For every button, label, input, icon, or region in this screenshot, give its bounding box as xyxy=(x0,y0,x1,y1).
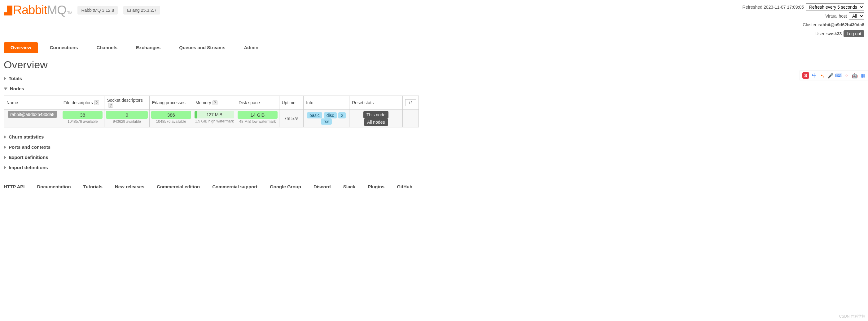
footer-github[interactable]: GitHub xyxy=(397,184,412,189)
section-label: Export definitions xyxy=(9,155,48,160)
disk-sub: 48 MiB low watermark xyxy=(238,119,277,124)
footer-commercial-sup[interactable]: Commercial support xyxy=(212,184,257,189)
section-export[interactable]: Export definitions xyxy=(4,152,864,163)
section-label: Churn statistics xyxy=(9,134,44,140)
fd-value: 38 xyxy=(63,111,103,119)
footer-tutorials[interactable]: Tutorials xyxy=(83,184,102,189)
section-label: Ports and contexts xyxy=(9,144,51,150)
chevron-right-icon xyxy=(4,135,6,139)
sogou-ime-icon[interactable] xyxy=(802,72,809,79)
col-fd: File descriptors? xyxy=(61,96,104,110)
col-sd: Socket descriptors? xyxy=(104,96,149,110)
uptime-value: 7m 57s xyxy=(279,110,304,128)
chevron-right-icon xyxy=(4,166,6,170)
help-icon[interactable]: ? xyxy=(213,100,217,105)
footer-http-api[interactable]: HTTP API xyxy=(4,184,25,189)
col-info: Info xyxy=(304,96,349,110)
section-ports[interactable]: Ports and contexts xyxy=(4,142,864,152)
robot-icon[interactable]: 🤖 xyxy=(852,73,858,78)
last-refreshed: Refreshed 2023-11-07 17:09:05 xyxy=(743,3,804,11)
ep-value: 386 xyxy=(151,111,191,119)
ep-sub: 1048576 available xyxy=(151,119,191,124)
logo-text-rabbit: Rabbit xyxy=(13,3,47,17)
nodes-table: Name File descriptors? Socket descriptor… xyxy=(4,96,419,128)
vhost-select[interactable]: All xyxy=(849,12,864,20)
footer-plugins[interactable]: Plugins xyxy=(368,184,384,189)
footer-new-releases[interactable]: New releases xyxy=(115,184,144,189)
user-name: swsk33 xyxy=(826,30,842,38)
main-tabs: Overview Connections Channels Exchanges … xyxy=(4,42,864,53)
reset-this-node-button[interactable]: This node xyxy=(363,111,389,118)
logout-button[interactable]: Log out xyxy=(843,30,864,37)
col-name: Name xyxy=(4,96,61,110)
lang-zh-icon[interactable]: 中 xyxy=(812,73,817,78)
sd-value: 0 xyxy=(106,111,148,119)
info-tag-basic[interactable]: basic xyxy=(307,112,322,118)
punct-icon[interactable]: •, xyxy=(820,73,825,78)
section-totals[interactable]: Totals xyxy=(4,73,864,83)
keyboard-icon[interactable]: ⌨ xyxy=(836,73,841,78)
chevron-right-icon xyxy=(4,145,6,149)
tab-queues[interactable]: Queues and Streams xyxy=(172,42,232,53)
tab-overview[interactable]: Overview xyxy=(4,42,38,53)
section-churn[interactable]: Churn statistics xyxy=(4,132,864,142)
section-import[interactable]: Import definitions xyxy=(4,163,864,173)
microphone-icon[interactable]: 🎤 xyxy=(828,73,833,78)
palette-icon[interactable]: ⁘ xyxy=(844,73,849,78)
chevron-right-icon xyxy=(4,155,6,159)
info-tag-rss[interactable]: rss xyxy=(321,118,332,124)
section-label: Totals xyxy=(9,76,22,81)
col-uptime: Uptime xyxy=(279,96,304,110)
col-reset: Reset stats xyxy=(349,96,403,110)
fd-sub: 1048576 available xyxy=(63,119,103,124)
tab-connections[interactable]: Connections xyxy=(43,42,85,53)
cluster-label: Cluster xyxy=(803,21,816,29)
section-label: Nodes xyxy=(10,86,24,91)
page-title: Overview xyxy=(4,59,864,71)
rabbitmq-version: RabbitMQ 3.12.8 xyxy=(78,6,118,14)
table-row: rabbit@a9d62b430da8 38 1048576 available… xyxy=(4,110,419,128)
help-icon[interactable]: ? xyxy=(94,100,99,105)
cluster-name: rabbit@a9d62b430da8 xyxy=(818,21,864,29)
col-mem: Memory? xyxy=(193,96,236,110)
refresh-interval-select[interactable]: Refresh every 5 seconds xyxy=(806,3,864,11)
footer-links: HTTP API Documentation Tutorials New rel… xyxy=(4,179,864,194)
col-disk: Disk space xyxy=(236,96,279,110)
ime-toolbar: 中 •, 🎤 ⌨ ⁘ 🤖 ▦ xyxy=(800,71,868,80)
info-tag-2[interactable]: 2 xyxy=(338,112,346,118)
tab-channels[interactable]: Channels xyxy=(90,42,125,53)
col-ep: Erlang processes xyxy=(149,96,193,110)
reset-all-nodes-button[interactable]: All nodes xyxy=(364,118,388,126)
footer-commercial-ed[interactable]: Commercial edition xyxy=(157,184,200,189)
section-label: Import definitions xyxy=(9,165,48,170)
footer-slack[interactable]: Slack xyxy=(343,184,355,189)
tab-admin[interactable]: Admin xyxy=(237,42,266,53)
footer-documentation[interactable]: Documentation xyxy=(37,184,71,189)
chevron-right-icon xyxy=(4,77,6,80)
footer-discord[interactable]: Discord xyxy=(313,184,331,189)
vhost-label: Virtual host xyxy=(825,12,847,21)
node-name-badge[interactable]: rabbit@a9d62b430da8 xyxy=(8,111,57,118)
rabbitmq-icon xyxy=(4,6,12,15)
rabbitmq-logo[interactable]: RabbitMQ TM xyxy=(4,3,72,17)
columns-toggle[interactable]: +/- xyxy=(405,99,416,106)
erlang-version: Erlang 25.3.2.7 xyxy=(123,6,160,14)
logo-tm: TM xyxy=(67,11,72,15)
mem-value: 127 MiB xyxy=(194,111,234,118)
user-label: User xyxy=(815,30,825,38)
tab-exchanges[interactable]: Exchanges xyxy=(129,42,167,53)
sd-sub: 943629 available xyxy=(106,119,148,124)
grid-icon[interactable]: ▦ xyxy=(860,73,866,78)
chevron-down-icon xyxy=(4,87,7,90)
mem-sub: 1.5 GiB high watermark xyxy=(194,118,234,123)
disk-value: 14 GiB xyxy=(238,111,277,119)
logo-text-mq: MQ xyxy=(47,3,66,17)
footer-google-group[interactable]: Google Group xyxy=(270,184,301,189)
help-icon[interactable]: ? xyxy=(108,103,113,108)
section-nodes[interactable]: Nodes xyxy=(4,83,864,94)
info-tag-disc[interactable]: disc xyxy=(324,112,337,118)
